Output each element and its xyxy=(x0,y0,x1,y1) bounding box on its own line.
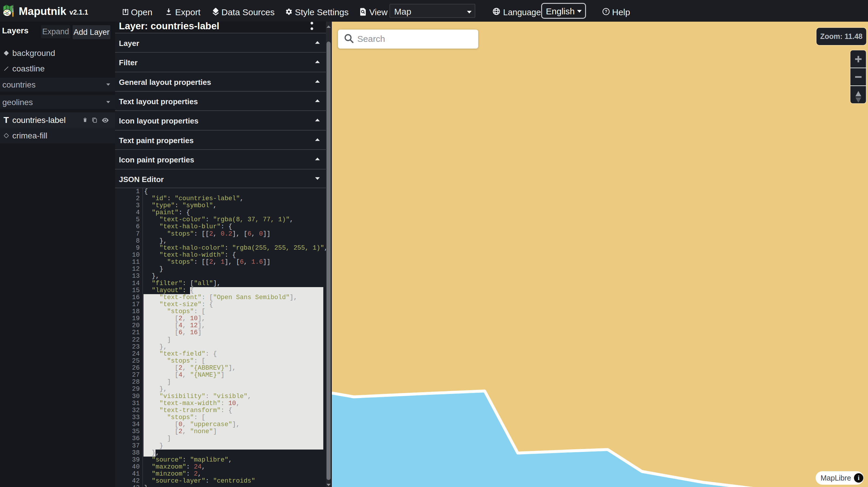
svg-text:?: ? xyxy=(605,9,608,14)
